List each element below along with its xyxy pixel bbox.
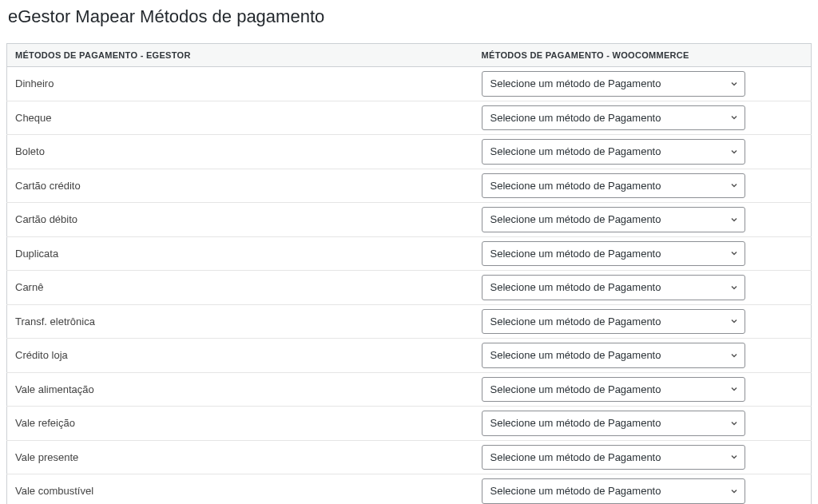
payment-method-label: Crédito loja bbox=[7, 339, 474, 373]
payment-method-label: Duplicata bbox=[7, 236, 474, 271]
table-row: Vale alimentaçãoSelecione um método de P… bbox=[7, 372, 812, 407]
payment-method-label: Vale alimentação bbox=[7, 372, 474, 407]
table-row: BoletoSelecione um método de Pagamento bbox=[7, 135, 812, 169]
table-row: Vale refeiçãoSelecione um método de Paga… bbox=[7, 407, 812, 441]
payment-method-label: Boleto bbox=[7, 135, 474, 169]
payment-method-select[interactable]: Selecione um método de Pagamento bbox=[482, 275, 745, 300]
payment-method-select[interactable]: Selecione um método de Pagamento bbox=[482, 343, 745, 368]
payment-method-select[interactable]: Selecione um método de Pagamento bbox=[482, 309, 745, 335]
table-row: CarnêSelecione um método de Pagamento bbox=[7, 271, 812, 305]
payment-method-label: Cartão crédito bbox=[7, 169, 474, 203]
payment-method-select[interactable]: Selecione um método de Pagamento bbox=[482, 241, 745, 267]
payment-method-select[interactable]: Selecione um método de Pagamento bbox=[482, 173, 745, 199]
payment-method-label: Vale refeição bbox=[7, 407, 474, 441]
table-row: Cartão créditoSelecione um método de Pag… bbox=[7, 169, 812, 203]
payment-method-select[interactable]: Selecione um método de Pagamento bbox=[482, 207, 745, 232]
payment-method-label: Cartão débito bbox=[7, 203, 474, 237]
table-row: Transf. eletrônicaSelecione um método de… bbox=[7, 304, 812, 339]
payment-method-label: Carnê bbox=[7, 271, 474, 305]
payment-method-select[interactable]: Selecione um método de Pagamento bbox=[482, 377, 745, 403]
table-row: DinheiroSelecione um método de Pagamento bbox=[7, 67, 812, 101]
payment-method-label: Vale combustível bbox=[7, 474, 474, 505]
table-row: ChequeSelecione um método de Pagamento bbox=[7, 101, 812, 135]
table-header-egestor: Métodos de pagamento - eGestor bbox=[7, 44, 474, 67]
payment-method-label: Dinheiro bbox=[7, 67, 474, 101]
payment-method-select[interactable]: Selecione um método de Pagamento bbox=[482, 71, 745, 97]
payment-method-label: Transf. eletrônica bbox=[7, 304, 474, 339]
payment-mapping-table: Métodos de pagamento - eGestor Métodos d… bbox=[6, 43, 812, 504]
payment-method-select[interactable]: Selecione um método de Pagamento bbox=[482, 105, 745, 131]
table-row: DuplicataSelecione um método de Pagament… bbox=[7, 236, 812, 271]
payment-method-select[interactable]: Selecione um método de Pagamento bbox=[482, 445, 745, 470]
table-row: Crédito lojaSelecione um método de Pagam… bbox=[7, 339, 812, 373]
table-header-woocommerce: Métodos de pagamento - WooCommerce bbox=[474, 44, 812, 67]
page-title: eGestor Mapear Métodos de pagamento bbox=[6, 6, 812, 27]
table-row: Vale presenteSelecione um método de Paga… bbox=[7, 440, 812, 474]
table-row: Cartão débitoSelecione um método de Paga… bbox=[7, 203, 812, 237]
payment-method-label: Vale presente bbox=[7, 440, 474, 474]
payment-method-select[interactable]: Selecione um método de Pagamento bbox=[482, 139, 745, 165]
table-row: Vale combustívelSelecione um método de P… bbox=[7, 474, 812, 505]
payment-method-label: Cheque bbox=[7, 101, 474, 135]
payment-method-select[interactable]: Selecione um método de Pagamento bbox=[482, 478, 745, 504]
payment-method-select[interactable]: Selecione um método de Pagamento bbox=[482, 411, 745, 436]
